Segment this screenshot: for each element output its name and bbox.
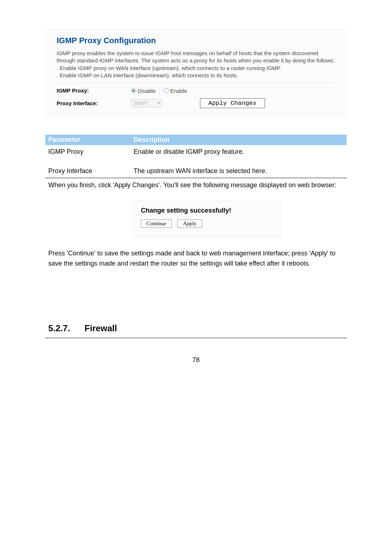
body-text-continue-apply: Press 'Continue' to save the settings ma… [48,249,344,269]
igmp-config-panel: IGMP Proxy Configuration IGMP proxy enab… [45,29,347,116]
config-description: IGMP proxy enables the system to issue I… [57,50,335,83]
header-description: Description [134,136,170,144]
table-row: Proxy Interface The upstream WAN interfa… [45,164,347,178]
param-desc: Enable or disable IGMP proxy feature. [134,148,244,156]
success-panel: Change setting successfully! Continue Ap… [132,201,281,238]
igmp-proxy-row: IGMP Proxy: Disable Enable [57,83,335,94]
section-heading-firewall: 5.2.7. Firewall [45,323,347,338]
igmp-proxy-enable-radio[interactable]: Enable [164,88,187,94]
enable-radio-label: Enable [170,88,187,94]
radio-selected-icon [131,88,136,93]
section-number: 5.2.7. [48,323,70,333]
radio-unselected-icon [164,88,169,93]
page-number: 78 [45,356,347,364]
section-title: Firewall [85,323,117,333]
param-desc: The upstream WAN interface is selected h… [134,167,267,175]
success-title: Change setting successfully! [141,207,273,214]
config-title: IGMP Proxy Configuration [57,36,335,45]
param-name: Proxy Interface [48,167,134,175]
continue-button[interactable]: Continue [141,219,172,228]
igmp-proxy-disable-radio[interactable]: Disable [131,88,156,94]
parameter-table-header: Parameter Description [45,135,347,145]
body-text-apply-changes: When you finish, click 'Apply Changes'. … [48,180,344,190]
apply-changes-button[interactable]: Apply Changes [200,98,265,108]
disable-radio-label: Disable [138,88,156,94]
table-row: IGMP Proxy Enable or disable IGMP proxy … [45,145,347,164]
proxy-interface-select[interactable]: ppp0 ▼ [131,99,162,107]
proxy-interface-label: Proxy Interface: [57,100,98,106]
igmp-proxy-label: IGMP Proxy: [57,87,89,94]
header-parameter: Parameter [48,136,134,144]
parameter-table: Parameter Description IGMP Proxy Enable … [45,135,347,178]
param-name: IGMP Proxy [48,148,134,156]
chevron-down-icon: ▼ [158,101,160,105]
proxy-interface-value: ppp0 [134,100,147,106]
proxy-interface-row: Proxy Interface: ppp0 ▼ Apply Changes [57,94,335,108]
apply-button[interactable]: Apply [177,219,202,228]
